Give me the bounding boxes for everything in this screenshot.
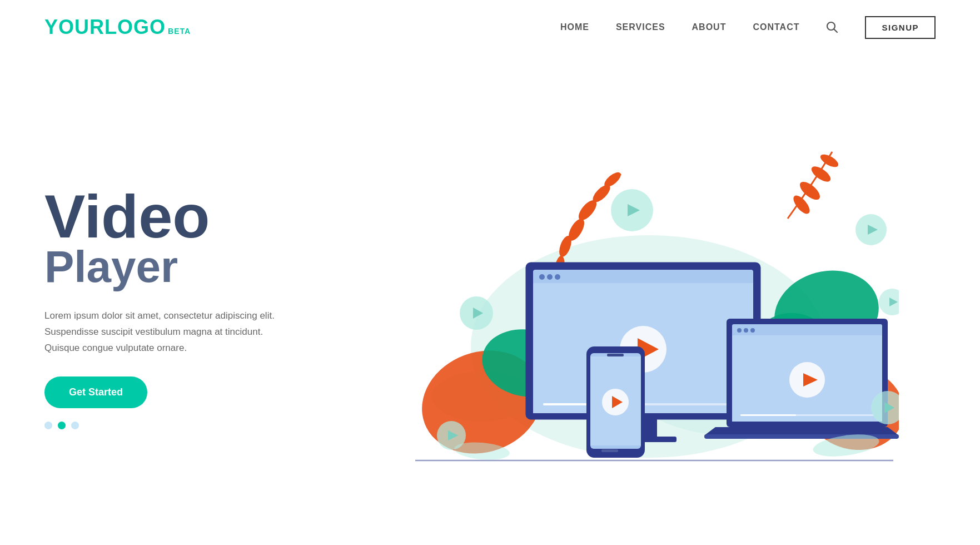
nav-contact[interactable]: CONTACT — [753, 22, 799, 32]
svg-point-43 — [744, 328, 748, 333]
nav-services[interactable]: SERVICES — [616, 22, 665, 32]
svg-line-1 — [834, 29, 838, 33]
logo-beta: BETA — [168, 27, 191, 36]
signup-button[interactable]: SIGNUP — [865, 16, 936, 39]
pagination-dots — [44, 422, 334, 429]
search-icon[interactable] — [826, 21, 838, 33]
svg-point-44 — [750, 328, 755, 333]
hero-desc-line1: Lorem ipsum dolor sit amet, consectetur … — [44, 308, 334, 324]
hero-desc-line2: Suspendisse suscipit vestibulum magna at… — [44, 324, 334, 340]
get-started-button[interactable]: Get Started — [44, 376, 147, 408]
hero-illustration — [334, 77, 936, 538]
hero-svg — [371, 107, 899, 508]
svg-point-15 — [818, 152, 840, 170]
svg-point-24 — [547, 274, 553, 280]
dot-1[interactable] — [44, 422, 52, 429]
svg-point-25 — [555, 274, 560, 280]
nav-home[interactable]: HOME — [560, 22, 589, 32]
dot-2[interactable] — [58, 422, 66, 429]
nav-about[interactable]: ABOUT — [692, 22, 727, 32]
logo-area: YOURLOGO BETA — [44, 16, 191, 39]
logo-text: YOURLOGO — [44, 16, 166, 39]
hero-left: Video Player Lorem ipsum dolor sit amet,… — [44, 186, 334, 429]
svg-rect-38 — [601, 449, 618, 452]
svg-rect-39 — [607, 354, 624, 356]
hero-section: Video Player Lorem ipsum dolor sit amet,… — [0, 54, 980, 538]
header: YOURLOGO BETA HOME SERVICES ABOUT CONTAC… — [0, 0, 980, 54]
illustration-container — [371, 107, 899, 508]
hero-desc-line3: Quisque congue vulputate ornare. — [44, 340, 334, 356]
svg-rect-49 — [740, 414, 796, 416]
svg-point-42 — [737, 328, 742, 333]
dot-3[interactable] — [71, 422, 79, 429]
hero-title-video: Video — [44, 186, 334, 247]
navigation: HOME SERVICES ABOUT CONTACT SIGNUP — [560, 16, 936, 39]
svg-point-23 — [539, 274, 545, 280]
hero-description: Lorem ipsum dolor sit amet, consectetur … — [44, 308, 334, 356]
